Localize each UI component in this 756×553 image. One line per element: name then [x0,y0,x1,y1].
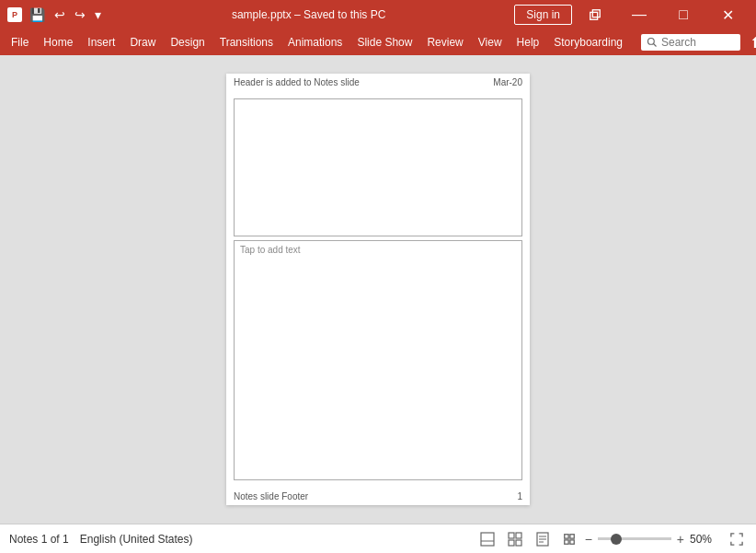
app-icon: P [7,7,22,22]
search-input[interactable] [661,36,735,49]
fit-icon [563,533,576,546]
normal-view-icon [480,532,495,547]
notes-placeholder-text: Tap to add text [240,245,301,255]
status-left: Notes 1 of 1 English (United States) [9,533,192,546]
notes-footer-text: Notes slide Footer [234,491,308,501]
svg-rect-4 [481,533,494,546]
svg-rect-7 [516,533,521,538]
menu-slideshow[interactable]: Slide Show [349,32,419,52]
maximize-button[interactable]: □ [662,0,704,29]
slide-panel: Header is added to Notes slide Mar-20 Ta… [0,55,756,524]
menu-storyboarding[interactable]: Storyboarding [546,32,630,52]
search-icon [647,37,658,48]
menu-design[interactable]: Design [163,32,212,52]
fullscreen-icon [730,533,743,546]
quick-access-save[interactable]: 💾 [28,6,47,24]
menu-file[interactable]: File [4,32,36,52]
notes-page-header: Header is added to Notes slide Mar-20 [226,74,530,91]
menu-review[interactable]: Review [419,32,470,52]
svg-rect-8 [509,540,514,546]
zoom-minus[interactable]: − [583,532,594,547]
close-button[interactable]: ✕ [706,0,749,29]
svg-rect-9 [516,540,521,546]
zoom-control: − + 50% [559,531,721,547]
svg-rect-16 [564,539,567,543]
svg-rect-15 [570,534,574,537]
notes-count: Notes 1 of 1 [9,533,69,546]
zoom-fit-button[interactable] [559,531,579,547]
svg-rect-14 [564,534,567,537]
quick-access-redo[interactable]: ↪ [73,6,87,24]
svg-rect-0 [590,12,598,19]
title-bar-controls: Sign in — □ ✕ [514,0,749,29]
menu-insert[interactable]: Insert [80,32,122,52]
title-bar-left: P 💾 ↩ ↪ ▾ [7,6,103,24]
notes-slide-content: Tap to add text [226,91,530,488]
status-right: − + 50% [476,530,747,548]
language-indicator: English (United States) [80,533,193,546]
reading-view-icon [535,532,550,547]
main-area: Header is added to Notes slide Mar-20 Ta… [0,55,756,524]
notes-page: Header is added to Notes slide Mar-20 Ta… [226,74,530,505]
normal-view-button[interactable] [476,530,498,548]
zoom-percent[interactable]: 50% [690,533,721,546]
minimize-button[interactable]: — [618,0,660,29]
menu-help[interactable]: Help [510,32,547,52]
menu-home[interactable]: Home [36,32,80,52]
restore-icon [589,8,601,21]
notes-header-date: Mar-20 [493,77,522,87]
restore-down-button[interactable] [574,0,616,29]
title-bar-title: sample.pptx – Saved to this PC [103,8,514,21]
svg-rect-6 [509,533,514,538]
title-bar: P 💾 ↩ ↪ ▾ sample.pptx – Saved to this PC… [0,0,756,29]
zoom-plus[interactable]: + [675,532,686,547]
fullscreen-button[interactable] [727,531,747,547]
svg-rect-1 [592,10,600,17]
menu-bar: File Home Insert Draw Design Transitions… [0,29,756,55]
slide-sorter-icon [508,532,522,547]
slide-sorter-button[interactable] [504,530,526,548]
menu-view[interactable]: View [471,32,510,52]
sign-in-button[interactable]: Sign in [514,5,572,25]
quick-access-undo[interactable]: ↩ [52,6,67,24]
share-button[interactable]: ⬆ [748,32,756,53]
menu-animations[interactable]: Animations [281,32,349,52]
search-area [634,32,748,52]
menu-draw[interactable]: Draw [122,32,163,52]
svg-point-2 [647,39,654,45]
svg-rect-17 [570,539,574,543]
notes-header-text: Header is added to Notes slide [234,77,360,87]
svg-line-3 [653,44,656,47]
notes-page-footer: Notes slide Footer 1 [226,488,530,505]
reading-view-button[interactable] [532,530,554,548]
quick-access-customize[interactable]: ▾ [93,6,103,24]
search-wrapper[interactable] [641,34,740,51]
notes-text-box[interactable]: Tap to add text [234,240,522,480]
slide-thumbnail-box[interactable] [234,98,522,236]
notes-footer-number: 1 [517,491,522,501]
status-bar: Notes 1 of 1 English (United States) [0,524,756,553]
zoom-slider[interactable] [598,537,671,540]
menu-transitions[interactable]: Transitions [212,32,281,52]
